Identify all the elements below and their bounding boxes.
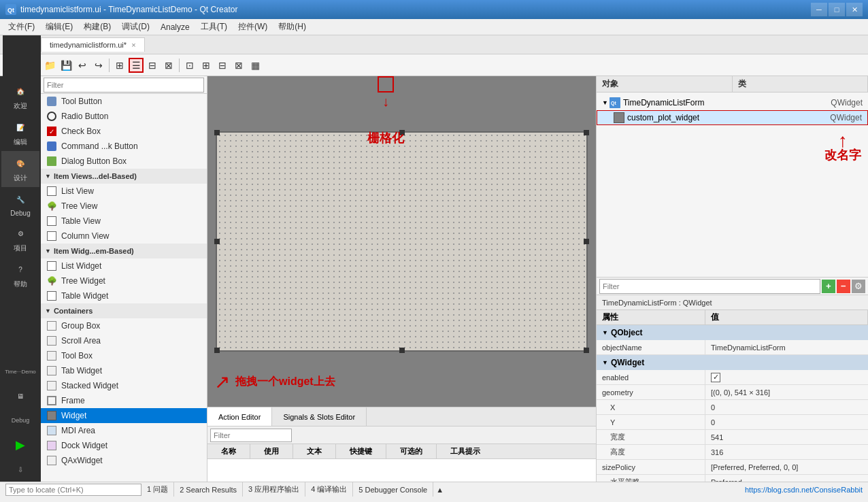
toolbar-align-1[interactable]: ⊞	[112, 58, 127, 73]
panel-item-scroll-area[interactable]: Scroll Area	[41, 333, 207, 348]
props-filter-input[interactable]	[599, 279, 820, 294]
sidebar-item-help[interactable]: ? 帮助	[1, 257, 39, 293]
prop-row-geometry[interactable]: geometry [(0, 0), 541 × 316]	[597, 385, 868, 400]
toolbar-btn-1[interactable]: 📁	[42, 58, 57, 73]
minimize-button[interactable]: ─	[811, 3, 827, 16]
props-config-btn[interactable]: ⚙	[852, 280, 865, 293]
menu-controls[interactable]: 控件(W)	[233, 20, 273, 34]
panel-item-widget[interactable]: Widget	[41, 408, 207, 423]
menu-build[interactable]: 构建(B)	[78, 20, 116, 34]
panel-item-tree-view[interactable]: 🌳 Tree View	[41, 199, 207, 214]
props-remove-btn[interactable]: −	[837, 280, 850, 293]
prop-value-hpolicy[interactable]: Preferred	[705, 475, 868, 482]
panel-item-stacked-widget[interactable]: Stacked Widget	[41, 378, 207, 393]
action-filter-input[interactable]	[210, 429, 292, 442]
panel-item-list-widget[interactable]: List Widget	[41, 258, 207, 273]
prop-row-enabled[interactable]: enabled	[597, 370, 868, 385]
toolbar-layout-1[interactable]: ⊞	[199, 58, 214, 73]
panel-item-mdi-area[interactable]: MDI Area	[41, 423, 207, 438]
prop-value-height[interactable]: 316	[705, 445, 868, 459]
props-add-btn[interactable]: +	[822, 280, 835, 293]
maximize-button[interactable]: □	[829, 3, 845, 16]
prop-row-width[interactable]: 宽度 541	[597, 430, 868, 445]
panel-item-column-view[interactable]: Column View	[41, 229, 207, 244]
toolbar-btn-2[interactable]: 💾	[59, 58, 73, 73]
sidebar-item-edit[interactable]: 📝 编辑	[1, 115, 39, 151]
status-item-problems[interactable]: 1 问题	[141, 482, 174, 497]
prop-value-enabled[interactable]	[705, 370, 868, 384]
panel-item-command-button[interactable]: Command ...k Button	[41, 139, 207, 154]
sidebar-item-welcome[interactable]: 🏠 欢迎	[1, 79, 39, 115]
panel-item-dock-widget[interactable]: Dock Widget	[41, 438, 207, 453]
prop-value-width[interactable]: 541	[705, 430, 868, 444]
toolbar-btn-4[interactable]: ↪	[91, 58, 106, 73]
prop-row-hpolicy[interactable]: 水平策略 Preferred	[597, 475, 868, 482]
status-item-debugger[interactable]: 5 Debugger Console	[353, 482, 433, 497]
sidebar-item-debug-top[interactable]: 🔧 Debug	[1, 187, 39, 221]
prop-value-geometry[interactable]: [(0, 0), 541 × 316]	[705, 385, 868, 399]
prop-value-x[interactable]: 0	[705, 400, 868, 414]
tree-item-form[interactable]: ▼ Qt TimeDynamicListForm QWidget	[597, 95, 868, 110]
toolbar-layout-4[interactable]: ▦	[248, 58, 263, 73]
canvas-container[interactable]: ↓ 栅格化 ↗ 拖拽一个widget上去	[207, 76, 596, 407]
panel-item-group-box[interactable]: Group Box	[41, 318, 207, 333]
toolbar-grid-btn[interactable]: ☰	[129, 58, 144, 73]
tab-close-icon[interactable]: ×	[131, 41, 135, 49]
tab-action-editor[interactable]: Action Editor	[207, 407, 272, 426]
handle-mr[interactable]	[584, 239, 589, 244]
sidebar-item-design[interactable]: 🎨 设计	[1, 151, 39, 187]
sidebar-item-debug-bottom[interactable]: Debug	[1, 408, 39, 433]
prop-value-objectname[interactable]: TimeDynamicListForm	[705, 340, 868, 354]
panel-item-tree-widget[interactable]: 🌳 Tree Widget	[41, 273, 207, 288]
sidebar-item-step[interactable]: ⇩	[1, 457, 39, 482]
status-item-compileout[interactable]: 4 编译输出	[305, 482, 353, 497]
status-right-link[interactable]: https://blog.csdn.net/ConsiseRabbit	[745, 486, 863, 494]
toolbar-layout-3[interactable]: ⊠	[231, 58, 246, 73]
panel-item-tab-widget[interactable]: Tab Widget	[41, 363, 207, 378]
panel-item-check-box[interactable]: ✓ Check Box	[41, 124, 207, 139]
panel-item-frame[interactable]: Frame	[41, 393, 207, 408]
handle-bl[interactable]	[214, 348, 220, 353]
prop-row-sizepolicy[interactable]: sizePolicy [Preferred, Preferred, 0, 0]	[597, 460, 868, 475]
prop-row-x[interactable]: X 0	[597, 400, 868, 415]
handle-tl[interactable]	[214, 130, 220, 135]
prop-row-height[interactable]: 高度 316	[597, 445, 868, 460]
tab-signals-slots[interactable]: Signals & Slots Editor	[272, 407, 367, 426]
menu-help[interactable]: 帮助(H)	[273, 20, 312, 34]
editor-tab[interactable]: timedynamiclistform.ui* ×	[41, 37, 145, 52]
panel-item-qax-widget[interactable]: QAxWidget	[41, 453, 207, 468]
enabled-checkbox[interactable]	[711, 373, 720, 382]
panel-item-tool-button[interactable]: Tool Button	[41, 94, 207, 109]
sidebar-item-monitor[interactable]: 🖥	[1, 384, 39, 408]
prop-row-objectname[interactable]: objectName TimeDynamicListForm	[597, 340, 868, 355]
panel-item-list-view[interactable]: List View	[41, 184, 207, 199]
widget-filter-input[interactable]	[44, 78, 204, 93]
locate-input[interactable]	[5, 484, 141, 496]
toolbar-break[interactable]: ⊡	[182, 58, 197, 73]
menu-debug[interactable]: 调试(D)	[116, 20, 155, 34]
panel-item-tool-box[interactable]: Tool Box	[41, 348, 207, 363]
handle-br[interactable]	[584, 348, 589, 353]
menu-analyze[interactable]: Analyze	[155, 21, 195, 33]
menu-file[interactable]: 文件(F)	[3, 20, 40, 34]
toolbar-layout-2[interactable]: ⊟	[215, 58, 230, 73]
form-canvas[interactable]	[216, 131, 588, 352]
status-item-appout[interactable]: 3 应用程序输出	[243, 482, 305, 497]
panel-item-table-view[interactable]: Table View	[41, 214, 207, 229]
sidebar-item-run[interactable]: ▶	[1, 433, 39, 457]
toolbar-align-4[interactable]: ⊠	[161, 58, 176, 73]
panel-item-dialog-button-box[interactable]: Dialog Button Box	[41, 154, 207, 169]
tree-item-custom-widget[interactable]: custom_plot_widget QWidget	[597, 110, 868, 125]
toolbar-align-3[interactable]: ⊟	[145, 58, 160, 73]
sidebar-item-timedemo[interactable]: Time···Demo	[1, 359, 39, 384]
prop-value-sizepolicy[interactable]: [Preferred, Preferred, 0, 0]	[705, 460, 868, 474]
menu-edit[interactable]: 编辑(E)	[40, 20, 78, 34]
panel-item-table-widget[interactable]: Table Widget	[41, 288, 207, 303]
handle-bc[interactable]	[399, 348, 405, 353]
toolbar-btn-3[interactable]: ↩	[75, 58, 90, 73]
sidebar-item-project[interactable]: ⚙ 项目	[1, 221, 39, 257]
handle-tr[interactable]	[584, 130, 589, 135]
prop-row-y[interactable]: Y 0	[597, 415, 868, 430]
handle-ml[interactable]	[214, 239, 220, 244]
panel-item-radio-button[interactable]: Radio Button	[41, 109, 207, 124]
